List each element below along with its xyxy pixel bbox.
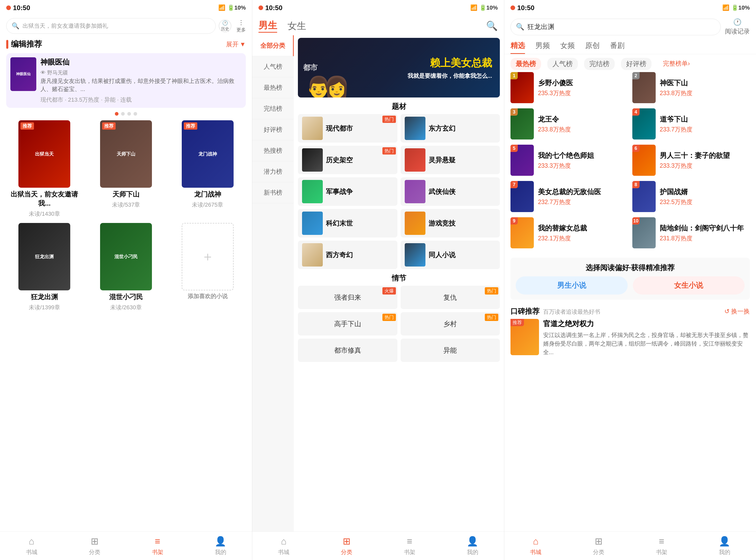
- add-book-btn[interactable]: ＋: [182, 223, 234, 291]
- cat-item-9[interactable]: 同人小说: [401, 241, 500, 269]
- tab-male-freq-3[interactable]: 男频: [535, 38, 550, 54]
- left-nav-new[interactable]: 新书榜: [252, 182, 294, 203]
- plot-item-3[interactable]: 乡村 热门: [401, 312, 500, 336]
- tab-selected-3[interactable]: 精选: [511, 38, 525, 54]
- book-item-3[interactable]: 狂龙出渊 狂龙出渊 未读/1399章: [6, 223, 83, 312]
- search-bar-1[interactable]: 🔍 出狱当天，前女友邀请我参加婚礼: [6, 18, 216, 34]
- left-nav-rating[interactable]: 好评榜: [252, 119, 294, 140]
- cat-item-2[interactable]: 历史架空 热门: [298, 146, 397, 174]
- search-icon-2[interactable]: 🔍: [486, 20, 498, 32]
- nav-item-shelf-3[interactable]: ≡ 书架: [630, 536, 693, 556]
- refresh-btn[interactable]: ↺ 换一换: [724, 307, 750, 316]
- nav-item-mine-2[interactable]: 👤 我的: [441, 536, 504, 556]
- left-nav-popular[interactable]: 人气榜: [252, 56, 294, 77]
- tab-original-3[interactable]: 原创: [585, 38, 600, 54]
- ranking-tab-hot[interactable]: 最热榜: [511, 58, 541, 70]
- battery-icon-2: 🔋10%: [479, 4, 498, 11]
- cat-label-1: 东方玄幻: [429, 124, 456, 133]
- ranking-tab-complete[interactable]: 完结榜: [584, 58, 615, 70]
- recommend-sub: 百万读者追读最热好书: [543, 308, 600, 315]
- nav-item-shelf-1[interactable]: ≡ 书架: [126, 536, 189, 556]
- rank-item-7[interactable]: 8 护国战婿 232.5万热度: [632, 181, 750, 212]
- tab-female[interactable]: 女生: [287, 20, 306, 33]
- pref-female-btn[interactable]: 女生小说: [633, 276, 745, 295]
- book-item-4[interactable]: 混世小刁民 混世小刁民 未读/2630章: [88, 223, 164, 312]
- nav-icon-bookstore-3: ⌂: [533, 536, 539, 547]
- ranking-tab-popular[interactable]: 人气榜: [547, 58, 578, 70]
- rank-item-1[interactable]: 2 神医下山 233.8万热度: [632, 72, 750, 103]
- left-nav-all[interactable]: 全部分类: [252, 35, 294, 56]
- plot-item-4[interactable]: 都市修真: [298, 339, 397, 362]
- book-item-2[interactable]: 推荐 龙门战神 龙门战神 未读/2675章: [169, 120, 246, 218]
- nav-item-bookstore-3[interactable]: ⌂ 书城: [504, 536, 567, 556]
- banner-overlay: 赖上美女总裁 我就是要缠着你，你能拿我怎么...: [407, 56, 492, 80]
- rank-item-5[interactable]: 6 男人三十：妻子的欲望 233.3万热度: [632, 145, 750, 176]
- cat-grid-themes: 现代都市 热门 东方玄幻 历史架空 热门 灵异悬疑: [298, 114, 500, 269]
- nav-item-category-3[interactable]: ⊞ 分类: [567, 536, 630, 556]
- cat-item-1[interactable]: 东方玄幻: [401, 114, 500, 143]
- rank-cover-3: 4: [632, 108, 656, 139]
- nav-icon-mine-3: 👤: [719, 536, 730, 547]
- status-bar-3: 10:50 📶 🔋10%: [504, 0, 756, 16]
- refresh-label: 换一换: [731, 307, 750, 316]
- plot-label-5: 异能: [443, 346, 457, 355]
- ranking-tab-rating[interactable]: 好评榜: [621, 58, 652, 70]
- featured-card[interactable]: 神眼医仙 神眼医仙 👁 野马无疆 唐凡撞见女友出轨，结果被打成重伤，却意外接受了…: [6, 53, 246, 108]
- rank-item-3[interactable]: 4 道爷下山 233.7万热度: [632, 108, 750, 139]
- rank-title-8: 我的替嫁女总裁: [538, 223, 628, 233]
- cat-item-8[interactable]: 西方奇幻: [298, 241, 397, 269]
- cat-item-5[interactable]: 武侠仙侠: [401, 177, 500, 206]
- book-item-1[interactable]: 推荐 天师下山 天师下山 未读/537章: [88, 120, 164, 218]
- history-label: 历史: [221, 26, 229, 32]
- rank-item-0[interactable]: 1 乡野小傻医 235.3万热度: [511, 72, 628, 103]
- rank-item-4[interactable]: 5 我的七个绝色师姐 233.3万热度: [511, 145, 628, 176]
- status-icons-3: 📶 🔋10%: [722, 4, 750, 11]
- add-book-item[interactable]: ＋ 添加喜欢的小说: [169, 223, 246, 312]
- p3-search-bar[interactable]: 🔍 狂龙出渊: [511, 19, 721, 35]
- rank-title-7: 护国战婿: [660, 187, 750, 197]
- left-nav-search[interactable]: 热搜榜: [252, 140, 294, 161]
- pref-male-btn[interactable]: 男生小说: [516, 276, 628, 295]
- featured-author: 野马无疆: [47, 70, 68, 76]
- p2-header: 男生 女生 🔍: [252, 16, 504, 35]
- cat-item-6[interactable]: 科幻末世: [298, 209, 397, 238]
- more-btn[interactable]: ⋮ 更多: [236, 19, 246, 33]
- nav-item-shelf-2[interactable]: ≡ 书架: [378, 536, 441, 556]
- cat-thumb-2: [302, 148, 323, 172]
- plot-item-2[interactable]: 高手下山 热门: [298, 312, 397, 336]
- book-cover-2: 推荐 龙门战神: [182, 120, 234, 188]
- nav-item-mine-3[interactable]: 👤 我的: [693, 536, 756, 556]
- ranking-tab-full[interactable]: 完整榜单›: [658, 58, 695, 70]
- cat-item-0[interactable]: 现代都市 热门: [298, 114, 397, 143]
- cat-item-3[interactable]: 灵异悬疑: [401, 146, 500, 174]
- nav-item-mine-1[interactable]: 👤 我的: [189, 536, 252, 556]
- tab-male[interactable]: 男生: [258, 19, 277, 33]
- rank-item-2[interactable]: 3 龙王令 233.8万热度: [511, 108, 628, 139]
- nav-item-bookstore-1[interactable]: ⌂ 书城: [0, 536, 63, 556]
- rec-item-0[interactable]: 推荐 官道之绝对权力 安江以选调生第一名上岸，怀揣为民之念，投身官场，却被无形大…: [511, 319, 750, 357]
- reading-history-btn[interactable]: 🕐 阅读记录: [725, 18, 750, 36]
- cat-item-7[interactable]: 游戏竞技: [401, 209, 500, 238]
- left-nav-complete[interactable]: 完结榜: [252, 98, 294, 119]
- plot-item-0[interactable]: 强者归来 火爆: [298, 286, 397, 309]
- left-nav-potential[interactable]: 潜力榜: [252, 161, 294, 182]
- plot-item-5[interactable]: 异能: [401, 339, 500, 362]
- history-btn[interactable]: 🕐 历史: [219, 20, 231, 32]
- p2-banner[interactable]: 都市 赖上美女总裁 我就是要缠着你，你能拿我怎么... 👨 👩: [298, 38, 500, 98]
- nav-item-category-1[interactable]: ⊞ 分类: [63, 536, 126, 556]
- tab-female-freq-3[interactable]: 女频: [560, 38, 575, 54]
- rank-item-6[interactable]: 7 美女总裁的无敌仙医 232.7万热度: [511, 181, 628, 212]
- cat-item-4[interactable]: 军事战争: [298, 177, 397, 206]
- expand-btn[interactable]: 展开 ▼: [226, 40, 246, 48]
- cat-label-4: 军事战争: [326, 187, 353, 196]
- rank-item-8[interactable]: 9 我的替嫁女总裁 232.1万热度: [511, 217, 628, 248]
- rank-row-4: 9 我的替嫁女总裁 232.1万热度 10 陆地剑仙：剑阁守剑八十年 231.8…: [511, 217, 750, 254]
- tab-drama-3[interactable]: 番剧: [610, 38, 624, 54]
- plot-item-1[interactable]: 复仇 热门: [401, 286, 500, 309]
- rank-title-9: 陆地剑仙：剑阁守剑八十年: [660, 223, 750, 233]
- rank-item-9[interactable]: 10 陆地剑仙：剑阁守剑八十年 231.8万热度: [632, 217, 750, 248]
- nav-item-bookstore-2[interactable]: ⌂ 书城: [252, 536, 315, 556]
- nav-item-category-2[interactable]: ⊞ 分类: [315, 536, 378, 556]
- left-nav-hot[interactable]: 最热榜: [252, 77, 294, 98]
- book-item-0[interactable]: 推荐 出狱当天 出狱当天，前女友邀请我... 未读/1430章: [6, 120, 83, 218]
